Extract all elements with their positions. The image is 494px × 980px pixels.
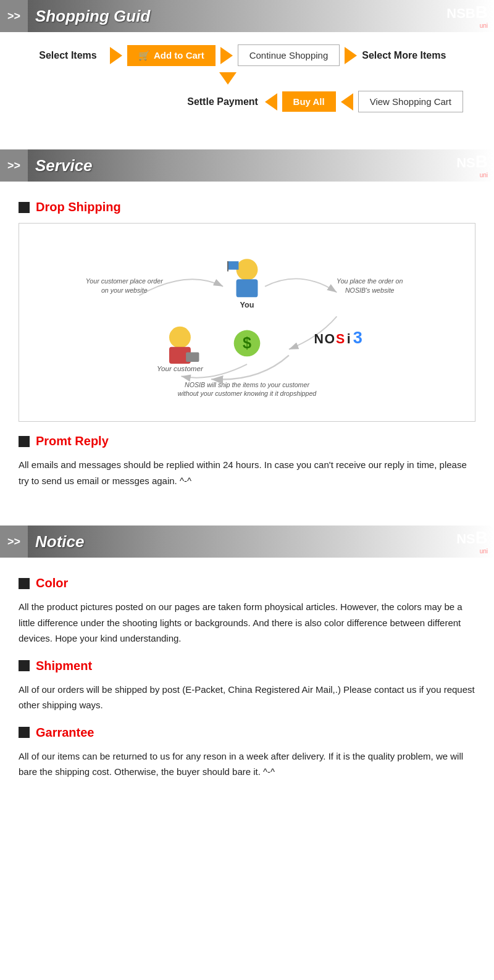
arrow-3 — [345, 47, 357, 64]
add-to-cart-button[interactable]: 🛒 Add to Cart — [127, 45, 216, 66]
shopping-guide-section: >> Shopping Guid NSBB uni Select Items 🛒… — [0, 0, 494, 131]
shipment-subtitle: Shipment — [19, 659, 475, 673]
service-section: >> Service NSB uni Drop Shipping — [0, 149, 494, 507]
promt-reply-body: All emails and messages should be replie… — [19, 457, 475, 495]
arrow-5 — [341, 93, 353, 111]
svg-text:You place the order on: You place the order on — [337, 277, 403, 285]
down-arrow-container — [19, 69, 475, 88]
nsb-logo: NSBB uni — [446, 2, 488, 29]
color-title: Color — [36, 576, 68, 590]
arrow-1 — [110, 47, 122, 64]
svg-text:O: O — [324, 332, 335, 346]
notice-section: >> Notice NSB uni Color All the product … — [0, 526, 494, 805]
garrantee-title: Garrantee — [36, 726, 94, 740]
svg-text:S: S — [336, 332, 345, 346]
svg-text:N: N — [314, 332, 324, 346]
cart-icon: 🛒 — [138, 50, 150, 61]
service-header-title: Service — [35, 156, 93, 175]
promt-reply-subtitle: Promt Reply — [19, 434, 475, 448]
drop-shipping-title: Drop Shipping — [36, 200, 121, 214]
drop-shipping-diagram-box: You Your customer place order on your we… — [19, 223, 475, 422]
shopping-guide-header: >> Shopping Guid NSBB uni — [0, 0, 494, 32]
svg-text:NOSIB's website: NOSIB's website — [345, 287, 395, 294]
notice-header-chevrons: >> — [0, 526, 28, 558]
svg-rect-15 — [186, 352, 199, 362]
svg-text:Your customer: Your customer — [157, 364, 204, 372]
shipment-title: Shipment — [36, 659, 92, 673]
garrantee-square — [19, 727, 30, 738]
svg-text:You: You — [240, 301, 254, 309]
guide-top-row: Select Items 🛒 Add to Cart Continue Shop… — [19, 44, 475, 66]
arrow-4 — [265, 93, 277, 111]
svg-point-13 — [169, 327, 191, 348]
promt-reply-title: Promt Reply — [36, 434, 109, 448]
svg-text:i: i — [347, 332, 351, 346]
svg-text:$: $ — [243, 334, 251, 351]
continue-shopping-button[interactable]: Continue Shopping — [238, 44, 340, 66]
color-body: All the product pictures posted on our p… — [19, 599, 475, 653]
guide-bottom-row: Settle Payment Buy All View Shopping Car… — [19, 91, 475, 112]
shipment-body: All of our orders will be shipped by pos… — [19, 682, 475, 719]
svg-rect-6 — [228, 261, 238, 270]
color-subtitle: Color — [19, 576, 475, 590]
svg-point-4 — [237, 259, 258, 280]
arrow-2 — [220, 47, 233, 64]
service-header-chevrons: >> — [0, 149, 28, 182]
garrantee-subtitle: Garrantee — [19, 726, 475, 740]
drop-shipping-subtitle: Drop Shipping — [19, 200, 475, 214]
promt-reply-square — [19, 436, 30, 447]
svg-text:Your customer place order: Your customer place order — [86, 277, 163, 285]
service-nsb-logo: NSB uni — [456, 152, 488, 178]
notice-header: >> Notice NSB uni — [0, 526, 494, 558]
svg-text:on your website: on your website — [101, 287, 148, 294]
header-chevrons: >> — [0, 0, 28, 32]
shipment-square — [19, 660, 30, 671]
drop-shipping-square — [19, 202, 30, 213]
svg-text:3: 3 — [353, 328, 362, 347]
buy-all-button[interactable]: Buy All — [282, 91, 336, 112]
select-items-label: Select Items — [31, 50, 105, 61]
notice-content: Color All the product pictures posted on… — [0, 558, 494, 805]
shopping-guide-title: Shopping Guid — [35, 7, 150, 26]
service-header: >> Service NSB uni — [0, 149, 494, 182]
select-more-items-label: Select More Items — [362, 50, 446, 61]
svg-text:NOSIB will ship the items to y: NOSIB will ship the items to your custom… — [185, 381, 309, 388]
garrantee-body: All of our items can be returned to us f… — [19, 748, 475, 786]
svg-rect-5 — [237, 279, 258, 297]
gap-2 — [0, 507, 494, 526]
svg-text:without your customer knowing : without your customer knowing it it drop… — [178, 390, 317, 397]
notice-header-title: Notice — [35, 532, 84, 551]
shopping-guide-content: Select Items 🛒 Add to Cart Continue Shop… — [0, 32, 494, 131]
drop-shipping-svg: You Your customer place order on your we… — [31, 236, 463, 409]
gap-1 — [0, 131, 494, 149]
color-square — [19, 578, 30, 589]
service-content: Drop Shipping — [0, 182, 494, 507]
view-shopping-cart-button[interactable]: View Shopping Cart — [358, 91, 463, 112]
down-arrow — [219, 72, 237, 85]
notice-nsb-logo: NSB uni — [456, 528, 488, 555]
settle-payment-label: Settle Payment — [186, 96, 260, 107]
